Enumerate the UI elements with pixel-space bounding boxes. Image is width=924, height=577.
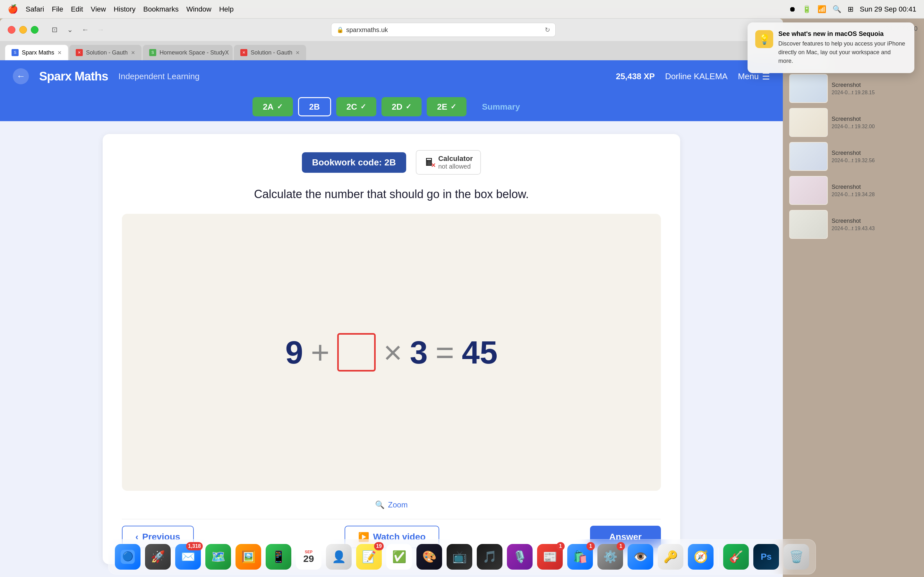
sparx-header: ← Sparx Maths Independent Learning 25,43… [0, 60, 783, 92]
sparx-tab-2A[interactable]: 2A ✓ [252, 97, 292, 116]
screenshot-thumbnail [789, 210, 828, 239]
menu-time: Sun 29 Sep 00:41 [860, 5, 916, 13]
browser-chrome: ⊡ ⌄ ← → 🔒 sparxmaths.uk ↻ S Sparx Maths … [0, 19, 783, 60]
dock-music[interactable]: 🎵 [477, 544, 502, 570]
tab-studyx[interactable]: S Homework Space - StudyX ✕ [143, 45, 233, 60]
close-window-button[interactable] [8, 26, 15, 34]
tab-favicon-gauth1: ✕ [76, 49, 83, 56]
list-item[interactable]: Screenshot 2024-0...t 19.34.28 [789, 176, 918, 205]
menu-safari[interactable]: Safari [26, 5, 44, 13]
tab-gauth1-close[interactable]: ✕ [131, 50, 135, 56]
tab-2A-check: ✓ [277, 103, 283, 111]
dock-notes[interactable]: 📝 19 [356, 544, 382, 570]
dock-calendar[interactable]: SEP 29 [296, 544, 321, 570]
tab-gauth2[interactable]: ✕ Solution - Gauth ✕ [234, 45, 306, 60]
list-item[interactable]: Screenshot 2024-0...t 19.28.15 [789, 74, 918, 103]
reload-icon[interactable]: ↻ [545, 26, 550, 34]
menu-edit[interactable]: Edit [71, 5, 83, 13]
dock-spotify[interactable]: 🎸 [723, 544, 749, 570]
menu-bookmarks[interactable]: Bookmarks [144, 5, 179, 13]
search-menubar-icon[interactable]: 🔍 [833, 5, 841, 13]
dock-photoshop[interactable]: Ps [753, 544, 779, 570]
sparx-header-right: 25,438 XP Dorline KALEMA Menu ☰ [615, 71, 770, 82]
sparx-tab-summary[interactable]: Summary [472, 97, 530, 116]
apple-menu[interactable]: 🍎 [8, 4, 18, 14]
screenshot-thumbnail [789, 108, 828, 137]
sidebar-toggle-button[interactable]: ⊡ [49, 24, 60, 35]
dock-settings[interactable]: ⚙️ 1 [598, 544, 623, 570]
list-item[interactable]: Screenshot 2024-0...t 19.32.00 [789, 108, 918, 137]
tab-gauth2-close[interactable]: ✕ [296, 50, 300, 56]
menu-file[interactable]: File [52, 5, 63, 13]
math-answer-box [337, 333, 376, 372]
sparx-tab-2D[interactable]: 2D ✓ [381, 97, 422, 116]
dock-keychain[interactable]: 🔑 [658, 544, 683, 570]
list-item[interactable]: Screenshot 2024-0...t 19.43.43 [789, 210, 918, 239]
dock-preview[interactable]: 👁️ [628, 544, 653, 570]
list-item[interactable]: Screenshot 2024-0...t 19.32.56 [789, 142, 918, 171]
forward-button: → [95, 24, 107, 35]
screenshot-date: 2024-0...t 19.32.00 [832, 124, 875, 129]
tab-sparx[interactable]: S Sparx Maths ✕ [5, 45, 68, 60]
tab-2C-label: 2C [347, 102, 357, 112]
dock-launchpad[interactable]: 🚀 [145, 544, 171, 570]
lock-icon: 🔒 [336, 26, 344, 33]
menu-history[interactable]: History [113, 5, 136, 13]
dock-podcasts[interactable]: 🎙️ [507, 544, 533, 570]
tab-gauth2-label: Solution - Gauth [250, 49, 292, 56]
settings-badge: 1 [617, 542, 625, 550]
dock-safari[interactable]: 🧭 [688, 544, 714, 570]
tab-2D-check: ✓ [405, 103, 411, 111]
dock-finder[interactable]: 🔵 [115, 544, 141, 570]
calculator-status: 🖩 ✕ Calculator not allowed [416, 150, 481, 175]
fullscreen-window-button[interactable] [31, 26, 39, 34]
dock-mail[interactable]: ✉️ 1,318 [175, 544, 201, 570]
tab-2C-check: ✓ [360, 103, 366, 111]
tab-list-button[interactable]: ⌄ [64, 24, 76, 35]
notes-badge: 19 [374, 542, 384, 550]
zoom-button[interactable]: 🔍 Zoom [122, 500, 661, 509]
dock-photos[interactable]: 🖼️ [236, 544, 261, 570]
math-op2: × [383, 334, 402, 371]
menu-window[interactable]: Window [186, 5, 212, 13]
control-center-icon[interactable]: ⊞ [848, 5, 853, 13]
dock-trash[interactable]: 🗑️ [783, 544, 809, 570]
dock-facetime[interactable]: 📱 [266, 544, 291, 570]
notification-body: Discover features to help you access you… [779, 39, 907, 65]
sparx-tab-2B[interactable]: 2B [298, 97, 331, 116]
tab-sparx-close[interactable]: ✕ [57, 50, 61, 56]
tab-favicon-sparx: S [11, 49, 19, 56]
dock-appstore[interactable]: 🛍️ 1 [567, 544, 593, 570]
back-button[interactable]: ← [79, 24, 91, 35]
tab-sparx-label: Sparx Maths [22, 49, 54, 56]
dock-news[interactable]: 📰 1 [537, 544, 563, 570]
sparx-tab-2E[interactable]: 2E ✓ [427, 97, 467, 116]
sparx-main: Bookwork code: 2B 🖩 ✕ Calculator not all… [0, 121, 783, 577]
dock-separator [718, 547, 719, 566]
minimize-window-button[interactable] [19, 26, 27, 34]
appstore-badge: 1 [586, 542, 595, 550]
screenshots-sidebar: 1:34,057,000 Screenshot 2024-0...t 12.57… [783, 19, 924, 577]
tab-studyx-close[interactable]: ✕ [232, 50, 233, 56]
menu-bar: 🍎 Safari File Edit View History Bookmark… [0, 0, 924, 19]
tab-gauth1[interactable]: ✕ Solution - Gauth ✕ [69, 45, 142, 60]
menu-view[interactable]: View [91, 5, 106, 13]
dock-freeform[interactable]: 🎨 [417, 544, 442, 570]
sparx-tab-2C[interactable]: 2C ✓ [336, 97, 376, 116]
sparx-back-button[interactable]: ← [13, 68, 29, 84]
screenshot-thumbnail [789, 74, 828, 103]
screenshot-name: Screenshot [832, 82, 875, 89]
dock-tv[interactable]: 📺 [447, 544, 472, 570]
address-bar[interactable]: 🔒 sparxmaths.uk ↻ [331, 23, 556, 37]
dock-reminders[interactable]: ✅ [386, 544, 412, 570]
sparx-subtitle: Independent Learning [118, 71, 200, 81]
dock-contacts[interactable]: 👤 [326, 544, 352, 570]
math-op1: + [311, 334, 330, 371]
calculator-icon-wrapper: 🖩 ✕ [424, 156, 435, 168]
dock-maps[interactable]: 🗺️ [205, 544, 231, 570]
notification[interactable]: 💡 See what's new in macOS Sequoia Discov… [748, 23, 914, 73]
screenshot-date: 2024-0...t 19.32.56 [832, 158, 875, 163]
math-equals: = [435, 334, 454, 371]
menu-help[interactable]: Help [219, 5, 234, 13]
tab-2A-label: 2A [263, 102, 273, 112]
